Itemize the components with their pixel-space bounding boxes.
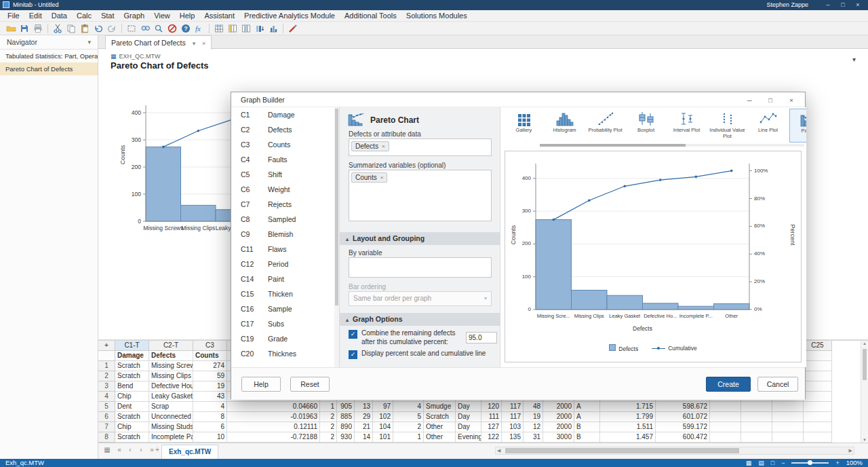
grid-cell[interactable]: 0.04660 — [227, 402, 320, 412]
window-view-icon[interactable]: □ — [771, 459, 774, 467]
variable-list-scrollbar[interactable] — [334, 107, 339, 367]
grid-cell[interactable]: Bend — [115, 381, 149, 392]
grid-cell[interactable]: 1.511 — [600, 422, 656, 432]
grid-cell[interactable] — [804, 432, 832, 443]
grid-cell[interactable]: 3000 — [543, 432, 574, 443]
grid-cell[interactable]: 598.672 — [656, 402, 710, 412]
grid-cell[interactable]: Incomplete Part — [149, 432, 193, 443]
grid-cell[interactable]: 885 — [337, 412, 355, 422]
bar-ordering-dropdown[interactable]: Same bar order per graph▾ — [349, 291, 492, 306]
grid-cell[interactable]: -0.72188 — [227, 432, 320, 443]
vscroll-thumb[interactable] — [863, 349, 867, 380]
menu-view[interactable]: View — [149, 10, 175, 22]
grid-cell[interactable] — [772, 412, 804, 422]
grid-corner[interactable]: + — [98, 341, 115, 351]
grid-cell[interactable]: 10 — [193, 432, 227, 443]
variable-C4[interactable]: C4Faults — [231, 152, 334, 167]
grid-cell[interactable]: 6 — [193, 422, 227, 432]
add-sheet-icon[interactable]: + — [153, 446, 162, 453]
layout-grouping-section[interactable]: ▴Layout and Grouping — [340, 232, 500, 245]
minimize-button[interactable]: – — [821, 0, 835, 10]
gallery-item-pareto[interactable]: Pareto — [789, 109, 806, 143]
variable-C5[interactable]: C5Shift — [231, 167, 334, 182]
zoom-in-icon[interactable]: + — [835, 459, 839, 467]
zoom-slider[interactable] — [791, 462, 829, 464]
grid-cell[interactable]: 1.457 — [600, 432, 656, 443]
scroll-right-icon[interactable]: ▶ — [849, 447, 852, 454]
first-sheet-icon[interactable]: « — [115, 446, 124, 453]
row-number[interactable]: 3 — [98, 381, 115, 392]
grid-cell[interactable]: 59 — [193, 371, 227, 381]
grid-cell[interactable] — [804, 361, 832, 371]
print-icon[interactable] — [31, 22, 45, 35]
menu-additional-tools[interactable]: Additional Tools — [340, 10, 401, 22]
menu-file[interactable]: File — [3, 10, 24, 22]
tab-chevron-down-icon[interactable]: ▾ — [193, 40, 196, 47]
grid-cell[interactable]: 29 — [355, 412, 373, 422]
grid-cell[interactable]: Other — [424, 422, 456, 432]
grid-cell[interactable]: 2000 — [543, 412, 574, 422]
grid-cell[interactable] — [741, 432, 772, 443]
grid-cell[interactable]: 12 — [524, 422, 543, 432]
variable-C17[interactable]: C17Subs — [231, 316, 334, 331]
gallery-item-boxplot[interactable]: Boxplot — [627, 109, 665, 143]
variable-C2[interactable]: C2Defects — [231, 122, 334, 137]
grid-cell[interactable]: 5 — [393, 412, 424, 422]
gallery-item-probability[interactable]: Probability Plot — [586, 109, 625, 143]
help-button[interactable]: Help — [241, 377, 281, 392]
grid-cell[interactable]: 117 — [502, 412, 524, 422]
grid-cell[interactable]: 4 — [193, 402, 227, 412]
variable-C14[interactable]: C14Paint — [231, 272, 334, 286]
chart-icon[interactable] — [267, 22, 280, 35]
menu-edit[interactable]: Edit — [24, 10, 47, 22]
menu-solutions-modules[interactable]: Solutions Modules — [401, 10, 472, 22]
variable-C6[interactable]: C6Weight — [231, 182, 334, 197]
paste-icon[interactable] — [78, 22, 92, 35]
grid-cell[interactable]: Missing Studs — [149, 422, 193, 432]
grid-cell[interactable] — [772, 422, 804, 432]
counts-variable-chip[interactable]: Counts× — [351, 172, 387, 183]
find-next-icon[interactable] — [152, 22, 165, 35]
maximize-button[interactable]: □ — [835, 0, 850, 10]
grid-cell[interactable]: Smudge — [424, 402, 456, 412]
grid-cell[interactable]: 2 — [320, 422, 337, 432]
column-header-c2-t[interactable]: C2-T — [149, 341, 193, 351]
menu-help[interactable]: Help — [175, 10, 200, 22]
grid-cell[interactable]: 103 — [502, 422, 524, 432]
row-number[interactable]: 2 — [98, 371, 115, 381]
create-button[interactable]: Create — [706, 377, 751, 392]
menu-predictive-analytics-module[interactable]: Predictive Analytics Module — [239, 10, 340, 22]
worksheets-icon[interactable]: ▦ — [102, 446, 112, 453]
menu-data[interactable]: Data — [47, 10, 72, 22]
row-number[interactable]: 4 — [98, 392, 115, 402]
grid-cell[interactable]: Unconnected Wir — [149, 412, 193, 422]
tab-close-icon[interactable]: × — [202, 40, 205, 47]
grid-cell[interactable] — [804, 392, 832, 402]
grid-cell[interactable]: Scratch — [115, 371, 149, 381]
grid-cell[interactable]: 101 — [373, 432, 393, 443]
grid-view-icon[interactable]: ▦ — [746, 459, 752, 467]
grid-cell[interactable] — [804, 422, 832, 432]
grid-cell[interactable] — [804, 371, 832, 381]
grid-cell[interactable]: 19 — [193, 381, 227, 392]
grid-cell[interactable]: 4 — [393, 402, 424, 412]
undo-icon[interactable] — [92, 22, 105, 35]
grid-cell[interactable]: Missing Screws — [149, 361, 193, 371]
grid-cell[interactable]: Scratch — [115, 361, 149, 371]
grid-cell[interactable]: Missing Clips — [149, 371, 193, 381]
variable-C1[interactable]: C1Damage — [231, 107, 334, 122]
copy-icon[interactable] — [64, 22, 78, 35]
grid-cell[interactable]: 930 — [337, 432, 355, 443]
defects-variable-chip[interactable]: Defects× — [351, 141, 389, 151]
grid-cell[interactable]: 2 — [320, 432, 337, 443]
export-icon[interactable] — [18, 22, 31, 35]
column-insert-icon[interactable] — [226, 22, 239, 35]
column-header-c1-t[interactable]: C1-T — [115, 341, 149, 351]
cancel-button[interactable]: Cancel — [757, 377, 798, 392]
grid-cell[interactable]: 274 — [193, 361, 227, 371]
grid-cell[interactable] — [710, 432, 741, 443]
navigator-header[interactable]: Navigator ▾ — [0, 35, 98, 50]
grid-cell[interactable]: 2 — [393, 422, 424, 432]
column-name-counts[interactable]: Counts — [193, 351, 227, 361]
cancel-icon[interactable] — [165, 22, 179, 35]
